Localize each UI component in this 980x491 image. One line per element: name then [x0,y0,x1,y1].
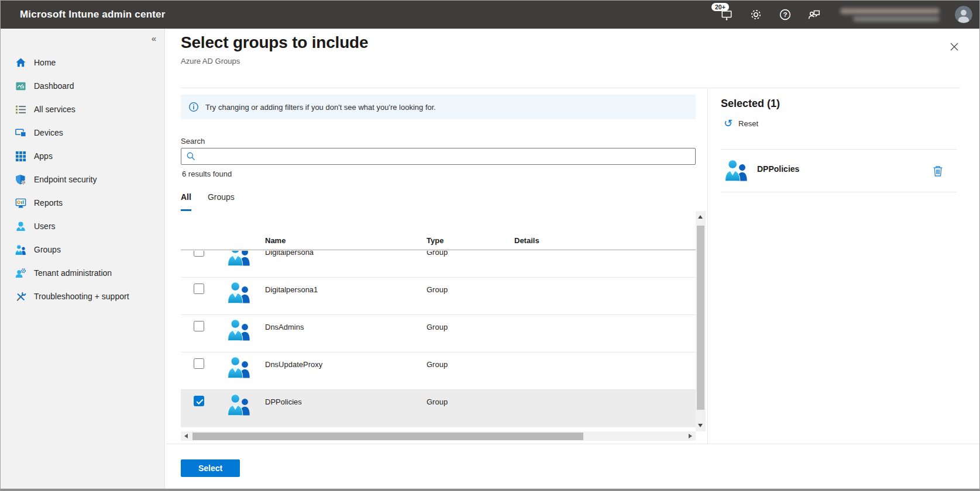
avatar-icon [955,6,972,23]
endpoint-security-icon [15,174,26,185]
sidebar-item-groups[interactable]: Groups [1,238,164,261]
horizontal-scrollbar[interactable] [181,431,696,441]
settings-button[interactable] [749,8,763,22]
reset-label: Reset [738,119,758,128]
column-header-type: Type [427,236,443,245]
close-panel-button[interactable] [948,40,961,53]
group-icon [228,394,251,416]
sidebar-item-label: All services [34,105,75,114]
sidebar-item-dashboard[interactable]: Dashboard [1,74,164,98]
trash-icon [932,165,944,177]
vertical-scrollbar-thumb[interactable] [697,226,704,410]
help-button[interactable] [778,8,792,22]
group-name: Digitalpersona1 [265,285,318,294]
group-type: Group [427,323,448,331]
row-checkbox[interactable] [194,396,204,406]
horizontal-scrollbar-track[interactable] [191,433,685,440]
sidebar-item-label: Troubleshooting + support [34,292,129,301]
row-checkbox[interactable] [194,358,204,369]
group-icon [228,282,251,303]
group-name: DnsAdmins [265,323,304,331]
feedback-icon [808,8,821,21]
account-tenant-blurred [853,16,940,22]
sidebar-item-devices[interactable]: Devices [1,121,164,144]
page-subtitle: Azure AD Groups [181,57,240,65]
group-type: Group [427,360,448,369]
whats-new-button[interactable]: 20+ [720,8,734,22]
users-icon [15,221,26,232]
close-icon [948,41,960,53]
sidebar-item-label: Reports [34,198,63,208]
sidebar-collapse-icon[interactable]: « [152,33,156,43]
search-label: Search [181,137,205,146]
selected-list-divider-bottom [721,192,957,192]
group-row-digitalpersona1[interactable]: Digitalpersona1 Group [181,278,696,315]
sidebar-item-all-services[interactable]: All services [1,98,164,121]
sidebar-item-reports[interactable]: Reports [1,191,164,215]
search-box [181,148,696,165]
remove-selected-button[interactable] [932,165,944,177]
search-input[interactable] [200,148,695,164]
home-icon [15,57,26,68]
reset-icon: ↺ [724,118,733,129]
top-bar: Microsoft Intune admin center 20+ [1,1,979,29]
apps-icon [15,151,26,162]
column-header-details: Details [514,236,539,245]
feedback-button[interactable] [807,8,821,22]
topbar-actions: 20+ [720,1,972,29]
horizontal-scrollbar-thumb[interactable] [192,433,583,440]
sidebar-item-label: Tenant administration [34,268,112,278]
notification-count-badge: 20+ [711,3,729,11]
select-groups-panel: Select groups to include Azure AD Groups… [165,29,979,489]
panel-vertical-divider [707,88,708,444]
group-type: Group [427,397,448,406]
scroll-down-arrow-icon[interactable] [698,424,703,427]
column-header-name: Name [265,236,286,245]
tenant-administration-icon [15,268,26,279]
info-banner: Try changing or adding filters if you do… [181,95,696,119]
vertical-scrollbar[interactable] [696,211,706,431]
group-icon [228,319,251,341]
account-email-blurred [840,8,940,14]
table-header: Name Type Details [181,232,696,250]
group-icon [228,357,251,378]
sidebar-nav: Home Dashboard All services Devices Apps… [1,51,164,308]
gear-icon [749,8,762,21]
footer-divider [166,444,979,444]
avatar[interactable] [955,6,972,23]
tab-all[interactable]: All [181,192,191,208]
sidebar-item-label: Home [34,58,56,67]
scroll-left-arrow-icon[interactable] [184,434,188,438]
groups-list: Digitalpersona Group Digitalpersona1 Gro… [181,251,696,431]
tab-groups[interactable]: Groups [208,192,235,208]
results-count: 6 results found [182,170,232,178]
groups-icon [15,244,26,255]
sidebar-item-users[interactable]: Users [1,215,164,238]
group-row-dnsadmins[interactable]: DnsAdmins Group [181,315,696,352]
sidebar-item-endpoint-security[interactable]: Endpoint security [1,168,164,191]
app-title: Microsoft Intune admin center [20,9,166,20]
sidebar-item-label: Devices [34,128,63,137]
sidebar-item-home[interactable]: Home [1,51,164,74]
select-button[interactable]: Select [181,459,240,477]
reset-button[interactable]: ↺ Reset [724,118,758,129]
sidebar-item-apps[interactable]: Apps [1,144,164,168]
selected-item-dppolicies: DPPolicies [721,150,957,192]
tab-bar: All Groups [181,192,235,208]
group-row-dppolicies[interactable]: DPPolicies Group [181,390,696,427]
info-banner-text: Try changing or adding filters if you do… [205,103,436,112]
sidebar-item-troubleshooting-support[interactable]: Troubleshooting + support [1,285,164,308]
page-title: Select groups to include [181,33,368,52]
group-row-digitalpersona[interactable]: Digitalpersona Group [181,251,696,278]
scroll-right-arrow-icon[interactable] [689,434,692,438]
tab-label: Groups [208,192,235,202]
sidebar-item-tenant-administration[interactable]: Tenant administration [1,261,164,285]
search-icon [186,151,196,161]
account-info-blurred[interactable] [837,8,940,22]
row-checkbox[interactable] [194,321,204,331]
row-checkbox[interactable] [194,251,204,257]
scroll-up-arrow-icon[interactable] [698,215,703,219]
group-row-dnsupdateproxy[interactable]: DnsUpdateProxy Group [181,352,696,390]
group-icon [725,160,748,181]
row-checkbox[interactable] [194,283,204,294]
